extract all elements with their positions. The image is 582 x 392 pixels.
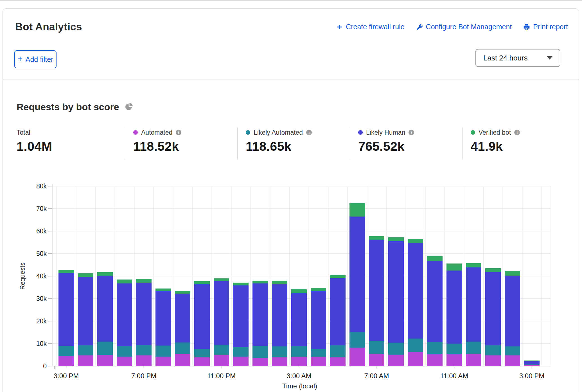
bar-segment-verified-bot[interactable] <box>175 291 190 294</box>
bar-4:00 PM[interactable] <box>78 273 93 366</box>
bar-segment-automated[interactable] <box>58 356 74 366</box>
bar-segment-verified-bot[interactable] <box>485 268 501 272</box>
bar-4:00 AM[interactable] <box>311 288 326 366</box>
bar-segment-automated[interactable] <box>330 357 346 366</box>
bar-segment-verified-bot[interactable] <box>252 281 268 283</box>
bar-12:00 PM[interactable] <box>466 263 481 366</box>
bar-segment-likely-automated[interactable] <box>291 346 307 357</box>
bar-segment-automated[interactable] <box>349 348 365 366</box>
bar-10:00 AM[interactable] <box>427 256 443 366</box>
bar-segment-likely-automated[interactable] <box>58 346 74 356</box>
bar-segment-likely-automated[interactable] <box>214 345 229 355</box>
bar-segment-likely-automated[interactable] <box>505 346 520 355</box>
bar-3:00 AM[interactable] <box>291 289 307 366</box>
bar-segment-automated[interactable] <box>505 355 520 366</box>
bar-segment-likely-automated[interactable] <box>252 346 268 358</box>
bar-segment-automated[interactable] <box>117 357 132 366</box>
bar-segment-verified-bot[interactable] <box>58 270 74 273</box>
bar-segment-likely-automated[interactable] <box>136 345 152 355</box>
bar-segment-automated[interactable] <box>252 358 268 366</box>
bar-segment-automated[interactable] <box>97 355 113 366</box>
bar-segment-likely-automated[interactable] <box>78 345 93 356</box>
bar-segment-likely-human[interactable] <box>97 276 113 342</box>
bar-segment-automated[interactable] <box>78 355 93 366</box>
bar-segment-automated[interactable] <box>311 357 326 366</box>
bar-segment-verified-bot[interactable] <box>155 289 171 291</box>
bar-7:00 AM[interactable] <box>369 236 384 366</box>
bar-5:00 PM[interactable] <box>97 272 113 366</box>
bar-segment-likely-human[interactable] <box>78 277 93 345</box>
bar-segment-verified-bot[interactable] <box>446 263 462 271</box>
bar-2:00 AM[interactable] <box>272 281 287 366</box>
bar-2:00 PM[interactable] <box>505 271 520 366</box>
bar-segment-verified-bot[interactable] <box>349 203 365 217</box>
bar-6:00 PM[interactable] <box>117 280 132 366</box>
bar-segment-likely-human[interactable] <box>233 285 249 347</box>
bar-3:00 PM[interactable] <box>524 361 540 366</box>
bar-10:00 PM[interactable] <box>194 281 210 366</box>
bar-segment-likely-automated[interactable] <box>97 342 113 355</box>
bar-segment-likely-human[interactable] <box>291 293 307 346</box>
bar-segment-likely-human[interactable] <box>136 283 152 345</box>
bar-segment-likely-human[interactable] <box>485 272 501 345</box>
bar-5:00 AM[interactable] <box>330 275 346 366</box>
bar-segment-verified-bot[interactable] <box>311 288 326 291</box>
bar-1:00 AM[interactable] <box>252 281 268 366</box>
bar-6:00 AM[interactable] <box>349 203 365 366</box>
bar-segment-likely-human[interactable] <box>311 291 326 349</box>
bar-segment-verified-bot[interactable] <box>194 281 210 284</box>
bar-segment-likely-automated[interactable] <box>485 345 501 355</box>
bar-segment-verified-bot[interactable] <box>524 361 540 361</box>
bar-segment-automated[interactable] <box>408 352 423 366</box>
bar-segment-likely-automated[interactable] <box>330 345 346 357</box>
bar-3:00 PM[interactable] <box>58 270 74 366</box>
bar-8:00 AM[interactable] <box>388 237 404 366</box>
bar-segment-likely-automated[interactable] <box>272 346 287 357</box>
bar-segment-verified-bot[interactable] <box>369 236 384 240</box>
bar-segment-verified-bot[interactable] <box>330 275 346 278</box>
bar-segment-likely-human[interactable] <box>388 241 404 343</box>
bar-segment-automated[interactable] <box>291 357 307 366</box>
bar-segment-automated[interactable] <box>446 354 462 366</box>
bar-9:00 PM[interactable] <box>175 291 190 366</box>
bar-segment-automated[interactable] <box>272 357 287 366</box>
bar-7:00 PM[interactable] <box>136 279 152 366</box>
bar-segment-automated[interactable] <box>214 355 229 366</box>
bar-segment-likely-human[interactable] <box>272 284 287 346</box>
bar-segment-verified-bot[interactable] <box>272 281 287 284</box>
bar-segment-verified-bot[interactable] <box>97 272 113 276</box>
bar-segment-automated[interactable] <box>194 357 210 366</box>
bar-segment-verified-bot[interactable] <box>78 273 93 277</box>
bar-segment-verified-bot[interactable] <box>136 279 152 283</box>
bar-segment-likely-human[interactable] <box>466 267 481 342</box>
bar-8:00 PM[interactable] <box>155 289 171 366</box>
bar-segment-verified-bot[interactable] <box>505 271 520 276</box>
bar-segment-verified-bot[interactable] <box>388 237 404 241</box>
bar-segment-verified-bot[interactable] <box>427 256 443 261</box>
bar-segment-automated[interactable] <box>233 357 249 366</box>
bar-segment-likely-automated[interactable] <box>155 346 171 357</box>
bar-segment-likely-human[interactable] <box>369 240 384 341</box>
bar-segment-automated[interactable] <box>369 354 384 366</box>
bar-segment-likely-human[interactable] <box>175 294 190 343</box>
bar-segment-likely-human[interactable] <box>427 261 443 342</box>
bar-segment-automated[interactable] <box>155 357 171 366</box>
bar-segment-likely-human[interactable] <box>194 284 210 349</box>
bar-segment-likely-human[interactable] <box>214 281 229 345</box>
bar-segment-likely-human[interactable] <box>505 276 520 346</box>
bar-11:00 PM[interactable] <box>214 278 229 366</box>
bar-segment-likely-automated[interactable] <box>446 344 462 354</box>
bar-segment-verified-bot[interactable] <box>466 263 481 267</box>
bar-segment-likely-automated[interactable] <box>117 346 132 357</box>
bar-segment-likely-automated[interactable] <box>175 343 190 354</box>
bar-segment-verified-bot[interactable] <box>117 280 132 283</box>
bar-segment-likely-human[interactable] <box>524 361 540 364</box>
bar-segment-likely-human[interactable] <box>252 283 268 346</box>
bar-segment-verified-bot[interactable] <box>408 239 423 243</box>
bar-segment-likely-automated[interactable] <box>369 341 384 354</box>
bar-segment-verified-bot[interactable] <box>214 278 229 281</box>
requests-by-bot-score-chart[interactable]: 010k20k30k40k50k60k70k80k3:00 PM7:00 PM1… <box>0 0 582 392</box>
bar-segment-likely-automated[interactable] <box>349 332 365 348</box>
bar-segment-automated[interactable] <box>427 354 443 366</box>
bar-segment-automated[interactable] <box>524 365 540 366</box>
